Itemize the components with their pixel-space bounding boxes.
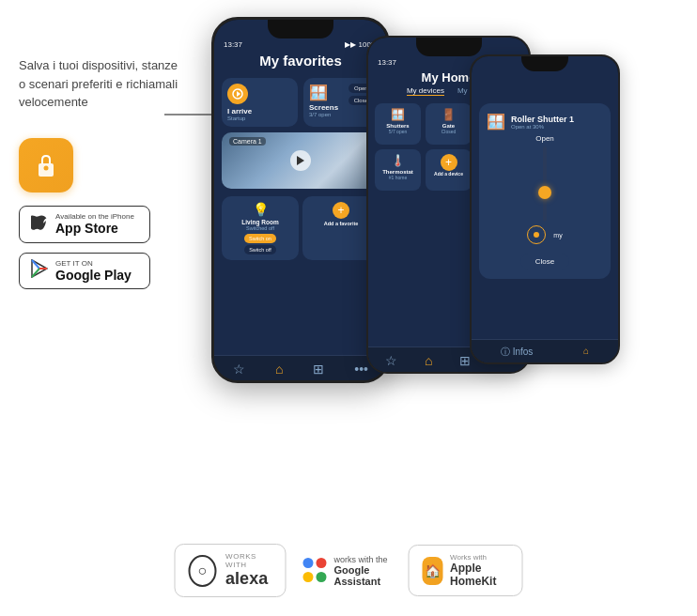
slider-thumb (538, 186, 551, 199)
svg-point-1 (44, 165, 49, 170)
phone-screen-third: 🪟 Roller Shutter 1 Open at 30% Open my (472, 56, 618, 362)
phone-notch-2 (416, 38, 482, 56)
bottom-badges: ○ WORKS WITH alexa works with the Google… (175, 544, 523, 597)
device-row: 💡 Living Room Switched off Switch on Swi… (214, 196, 387, 260)
phone-notch (268, 20, 333, 38)
tab-grid-icon[interactable]: ⊞ (313, 362, 324, 377)
switch-off-button[interactable]: Switch off (244, 245, 276, 254)
phone-main: 13:37 ▶▶ 100% My favorites I arrive Star… (211, 17, 390, 383)
appstore-small: Available on the iPhone (55, 212, 134, 221)
add-favorite-button[interactable]: + (333, 202, 349, 219)
google-dots-icon (303, 558, 327, 584)
appstore-big: App Store (55, 221, 134, 237)
grid-shutters: 🪟 Shutters 5/7 open (375, 103, 421, 145)
vertical-slider[interactable] (543, 146, 547, 222)
grid-gate: 🚪 Gate Closed (426, 103, 472, 145)
fav-card-arrive: I arrive Startup (222, 78, 298, 127)
appstore-badge[interactable]: Available on the iPhone App Store (19, 206, 150, 243)
phone-screen-main: 13:37 ▶▶ 100% My favorites I arrive Star… (214, 20, 387, 380)
apple-icon (31, 212, 48, 237)
app-icon (19, 138, 73, 192)
tab-home-icon[interactable]: ⌂ (275, 362, 283, 377)
googleplay-small: GET IT ON (55, 259, 132, 268)
device-card-living: 💡 Living Room Switched off Switch on Swi… (222, 196, 299, 260)
camera-label: Camera 1 (229, 137, 266, 146)
tab2-star-icon[interactable]: ☆ (385, 353, 397, 368)
camera-card: Camera 1 (222, 132, 379, 189)
roller-modal: 🪟 Roller Shutter 1 Open at 30% Open my (479, 103, 611, 279)
googleplay-icon (31, 259, 48, 282)
tab2-home-icon[interactable]: ⌂ (425, 353, 432, 368)
homekit-icon: 🏠 (422, 557, 442, 585)
status-bar-main: 13:37 ▶▶ 100% (214, 40, 387, 53)
svg-marker-7 (237, 91, 240, 97)
google-small-text: works with the (334, 555, 392, 564)
phone-tabbar: ☆ ⌂ ⊞ ••• (214, 355, 387, 380)
tab2-grid-icon[interactable]: ⊞ (459, 353, 471, 368)
description-text: Salva i tuoi dispositivi, stanze o scena… (19, 56, 178, 112)
phone-third: 🪟 Roller Shutter 1 Open at 30% Open my (470, 54, 620, 364)
add-device-button[interactable]: + (441, 154, 457, 171)
status-bar-third (472, 77, 618, 98)
alexa-small-text: WORKS WITH (225, 552, 271, 569)
alexa-big-text: alexa (225, 569, 271, 589)
play-button[interactable] (290, 150, 311, 171)
alexa-badge: ○ WORKS WITH alexa (175, 544, 287, 597)
homekit-badge: 🏠 Works with Apple HomeKit (408, 545, 522, 596)
phone-tabbar-third: ⓘ Infos ⌂ (472, 339, 618, 362)
tab-star-icon[interactable]: ☆ (233, 362, 245, 377)
close-modal-button[interactable]: Close (520, 254, 569, 270)
tab3-info-icon[interactable]: ⓘ Infos (501, 346, 533, 359)
switch-on-button[interactable]: Switch on (244, 234, 276, 243)
fav-cards-row: I arrive Startup 🪟 Screens 3/7 open Open… (214, 78, 387, 127)
alexa-icon: ○ (189, 555, 217, 587)
homekit-small-text: Works with (450, 553, 508, 562)
tab3-home-icon[interactable]: ⌂ (583, 346, 589, 359)
googleplay-big: Google Play (55, 268, 132, 284)
grid-thermostat: 🌡️ Thermostat #1 home (375, 149, 421, 191)
tab-more-icon[interactable]: ••• (354, 362, 368, 377)
google-badge: works with the Google Assistant (303, 555, 392, 587)
screen-title-main: My favorites (214, 53, 387, 69)
tab-my-devices[interactable]: My devices (407, 86, 444, 96)
svg-marker-8 (297, 156, 304, 165)
roller-title: Roller Shutter 1 (511, 115, 574, 124)
left-panel: Salva i tuoi dispositivi, stanze o scena… (19, 56, 178, 299)
roller-subtitle: Open at 30% (511, 124, 574, 130)
googleplay-badge[interactable]: GET IT ON Google Play (19, 253, 150, 290)
grid-add-device[interactable]: + Add a device (426, 149, 472, 191)
homekit-big-text: Apple HomeKit (450, 562, 508, 588)
phone-notch-3 (521, 56, 568, 71)
google-big-text: Google Assistant (334, 564, 392, 587)
shutter-slider: Open my (487, 134, 603, 244)
